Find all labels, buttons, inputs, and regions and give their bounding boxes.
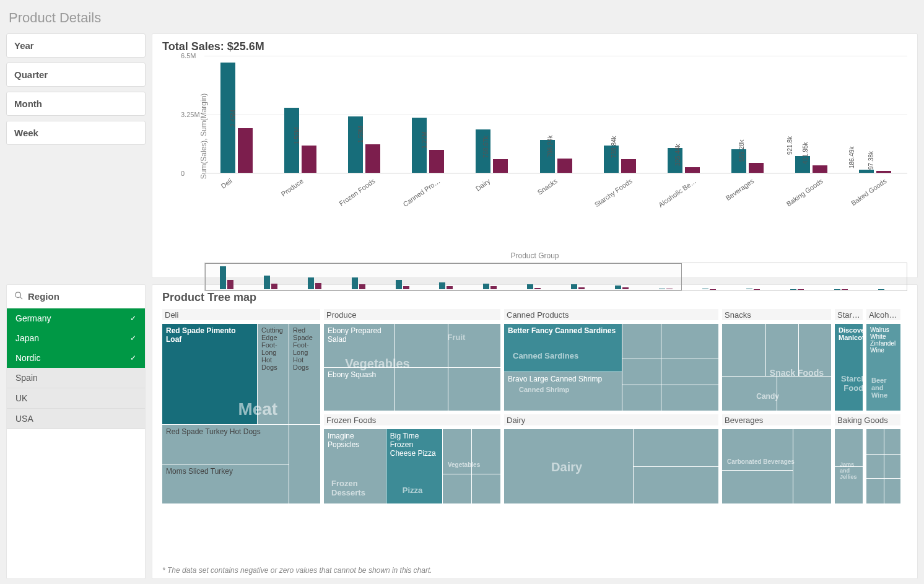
bar-group[interactable]: 1.52M739.84k: [588, 56, 652, 173]
tm-header-frozen[interactable]: Frozen Foods: [324, 414, 500, 425]
tm-header-snacks[interactable]: Snacks: [722, 309, 831, 320]
bar-group[interactable]: 2.39M768.67k: [460, 56, 524, 173]
tm-starchy[interactable]: Discover Manicotti Starchy Foods: [835, 324, 863, 411]
region-filter: Region Germany✓Japan✓Nordic✓SpainUKUSA: [6, 284, 146, 579]
time-filters: Year Quarter Month Week: [6, 33, 146, 278]
bar-group[interactable]: 3.58M1.52M: [268, 56, 332, 173]
tm-canned[interactable]: Better Fancy Canned Sardines Canned Sard…: [504, 324, 718, 411]
x-tick-label: Snacks: [536, 177, 558, 196]
tm-deli[interactable]: Red Spade Pimento Loaf Cutting Edge Foot…: [162, 324, 320, 503]
bar-value-label: 1.52M: [294, 127, 300, 144]
tm-header-starchy[interactable]: Starchy Fo…: [835, 309, 863, 320]
bar-value-label: 1.59M: [357, 126, 364, 143]
tm-produce[interactable]: Ebony Prepared Salad Ebony Squash Vegeta…: [324, 324, 500, 411]
x-tick-label: Frozen Foods: [338, 177, 377, 207]
region-item-usa[interactable]: USA: [7, 409, 145, 429]
region-list: Germany✓Japan✓Nordic✓SpainUKUSA: [7, 308, 145, 578]
margin-bar[interactable]: [429, 150, 444, 173]
tm-header-produce[interactable]: Produce: [324, 309, 500, 320]
minimap-selection[interactable]: [205, 263, 682, 290]
bar-value-label: 796.24k: [547, 135, 554, 157]
bar-group[interactable]: 1.36M305.44k: [652, 56, 715, 173]
region-label: Region: [28, 291, 59, 302]
tm-dairy[interactable]: Dairy: [504, 429, 718, 503]
x-tick-label: Alcoholic Be…: [656, 177, 697, 209]
chart-footnote: * The data set contains negative or zero…: [162, 566, 907, 575]
bar-value-label: 1.52M: [596, 153, 603, 170]
region-item-spain[interactable]: Spain: [7, 368, 145, 388]
filter-month[interactable]: Month: [6, 92, 146, 116]
region-item-nordic[interactable]: Nordic✓: [7, 348, 145, 368]
bar-group[interactable]: 3.12M1.59M: [332, 56, 396, 173]
margin-bar[interactable]: [876, 171, 891, 173]
margin-bar[interactable]: [685, 167, 700, 173]
bar-group[interactable]: 921.8k411.95k: [780, 56, 843, 173]
bar-value-label: 186.49k: [849, 146, 856, 168]
bar-group[interactable]: 1.31M559.28k: [716, 56, 780, 173]
margin-bar[interactable]: [238, 128, 253, 173]
tm-header-canned[interactable]: Canned Products: [504, 309, 718, 320]
bar-value-label: 2.39M: [468, 153, 474, 170]
svg-line-1: [20, 297, 23, 300]
tm-baked[interactable]: [866, 429, 900, 503]
tm-baking[interactable]: Jams and Jellies: [835, 429, 863, 503]
bar-value-label: 3.12M: [340, 153, 347, 170]
margin-bar[interactable]: [493, 159, 508, 173]
x-tick-label: Baking Goods: [785, 177, 824, 207]
margin-bar[interactable]: [749, 163, 764, 173]
bar-plot-area[interactable]: 6.08M2.45M3.58M1.52M3.12M1.59M3.06M1.27M…: [204, 56, 907, 173]
tm-frozen[interactable]: Imagine Popsicles Frozen Desserts Big Ti…: [324, 429, 500, 503]
chart-title: Total Sales: $25.6M: [162, 40, 907, 53]
bar-value-label: 1.36M: [660, 153, 666, 170]
bar-group[interactable]: 6.08M2.45M: [204, 56, 268, 173]
check-icon: ✓: [130, 314, 136, 323]
bar-value-label: 3.06M: [404, 153, 411, 170]
region-item-germany[interactable]: Germany✓: [7, 308, 145, 328]
bar-value-label: 768.67k: [483, 136, 490, 158]
bar-value-label: 305.44k: [674, 144, 681, 166]
margin-bar[interactable]: [621, 159, 636, 173]
y-tick: 3.25M: [181, 111, 200, 118]
margin-bar[interactable]: [365, 144, 380, 173]
bar-group[interactable]: 186.49k97.38k: [843, 56, 907, 173]
region-item-japan[interactable]: Japan✓: [7, 328, 145, 348]
sales-bar[interactable]: [859, 170, 874, 173]
sales-bar[interactable]: 3.12M: [348, 116, 363, 173]
svg-point-0: [15, 292, 21, 298]
x-tick-label: Beverages: [725, 177, 756, 202]
tm-beverages[interactable]: Carbonated Beverages: [722, 429, 831, 503]
tm-header-alcoholic[interactable]: Alcoholic…: [866, 309, 900, 320]
filter-week[interactable]: Week: [6, 121, 146, 145]
x-tick-label: Produce: [279, 177, 304, 198]
bar-value-label: 1.27M: [421, 131, 428, 149]
treemap-title: Product Tree map: [162, 291, 907, 304]
tm-header-beverages[interactable]: Beverages: [722, 414, 831, 425]
bar-value-label: 559.28k: [738, 139, 745, 162]
bar-value-label: 2.45M: [230, 110, 237, 128]
bar-value-label: 97.38k: [868, 151, 874, 170]
bar-value-label: 739.84k: [611, 136, 617, 159]
region-item-uk[interactable]: UK: [7, 388, 145, 409]
margin-bar[interactable]: [302, 146, 316, 173]
filter-quarter[interactable]: Quarter: [6, 63, 146, 87]
tm-header-dairy[interactable]: Dairy: [504, 414, 718, 425]
x-tick-label: Starchy Foods: [593, 177, 633, 209]
tm-alcoholic[interactable]: Walrus White Zinfandel Wine Beer and Win…: [866, 324, 900, 411]
y-tick: 0: [181, 170, 185, 177]
margin-bar[interactable]: [813, 165, 827, 173]
tm-header-deli[interactable]: Deli: [162, 309, 320, 320]
x-axis-label: Product Group: [162, 251, 907, 260]
tm-header-baking[interactable]: Baking Goods: [835, 414, 900, 425]
tm-snacks[interactable]: Snack Foods Candy: [722, 324, 831, 411]
margin-bar[interactable]: [557, 159, 572, 173]
bar-group[interactable]: 1.8M796.24k: [524, 56, 588, 173]
region-header[interactable]: Region: [7, 285, 145, 308]
bar-group[interactable]: 3.06M1.27M: [396, 56, 460, 173]
x-tick-label: Dairy: [474, 177, 492, 193]
page-title: Product Details: [6, 6, 918, 33]
chart-minimap[interactable]: [204, 263, 907, 291]
x-tick-label: Canned Pro…: [401, 177, 441, 208]
filter-year[interactable]: Year: [6, 33, 146, 58]
bar-value-label: 921.8k: [787, 136, 793, 155]
x-tick-label: Baked Goods: [850, 177, 887, 207]
